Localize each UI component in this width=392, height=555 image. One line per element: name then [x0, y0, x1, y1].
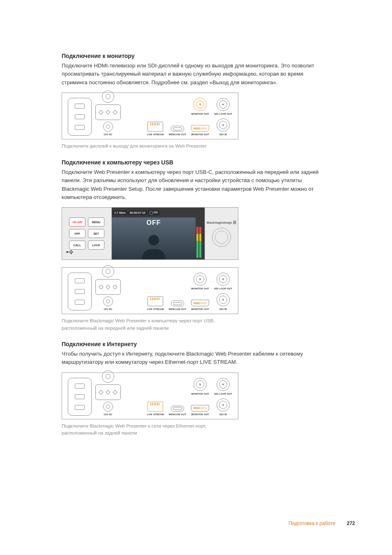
- footer-section: Подготовка к работе: [288, 520, 335, 526]
- page-footer: Подготовка к работе 272: [0, 520, 392, 526]
- svg-point-3: [233, 221, 234, 222]
- hdmi-monitor-out-icon: [191, 125, 209, 132]
- bnc-monitor-out-icon: [194, 98, 207, 111]
- label-live-stream: LIVE STREAM: [147, 133, 164, 136]
- label-monitor-out-top: MONITOR OUT: [191, 393, 209, 395]
- label-webcam-out: WEBCAM OUT: [169, 133, 187, 136]
- body-monitor: Подключите HDMI-телевизор или SDI-диспле…: [62, 62, 325, 87]
- usb-icon: [66, 249, 74, 254]
- body-internet: Чтобы получить доступ к Интернету, подкл…: [62, 350, 325, 367]
- label-sdi-in: SDI IN: [219, 308, 227, 310]
- label-sdi-in: SDI IN: [219, 133, 227, 136]
- svg-point-4: [235, 221, 236, 222]
- diagram-rear-usb: 12V DC LIVE STREAM WEBCAM OUT MONITOR OU…: [62, 267, 238, 314]
- diagram-front-panel: ON AIR MENU OFF SET CALL LOCK: [62, 207, 238, 260]
- power-inlet-icon: [68, 273, 92, 310]
- label-monitor-out-bottom: MONITOR OUT: [191, 413, 209, 416]
- heading-internet: Подключение к Интернету: [62, 341, 330, 347]
- ethernet-live-stream-icon: [148, 402, 163, 412]
- front-knob-area: Blackmagicdesign: [205, 208, 238, 259]
- port-sdi-stack: SDI LOOP OUT SDI IN: [214, 98, 232, 136]
- lcd-status: OK: [148, 210, 160, 215]
- button-call: CALL: [69, 240, 85, 250]
- button-lock: LOCK: [88, 240, 104, 250]
- label-12vdc: 12V DC: [104, 308, 113, 310]
- bnc-sdi-loop-icon: [217, 273, 230, 286]
- label-sdi-in: SDI IN: [219, 413, 227, 416]
- button-set: SET: [88, 229, 104, 238]
- heading-monitor: Подключение к монитору: [62, 53, 330, 59]
- label-monitor-out-top: MONITOR OUT: [191, 287, 209, 290]
- brand-label: Blackmagicdesign: [207, 220, 236, 224]
- label-monitor-out-top: MONITOR OUT: [191, 113, 209, 115]
- label-live-stream: LIVE STREAM: [147, 308, 164, 310]
- svg-rect-2: [71, 253, 72, 254]
- hdmi-monitor-out-icon: [191, 300, 209, 306]
- label-webcam-out: WEBCAM OUT: [169, 308, 187, 310]
- caption-monitor: Подключите дисплей к выходу для монитори…: [62, 143, 234, 150]
- body-usb: Подключите Web Presenter к компьютеру че…: [62, 168, 325, 202]
- svg-rect-7: [233, 222, 236, 223]
- lcd-bitrate: 2.7 Mb/s: [113, 210, 127, 215]
- label-sdi-loop: SDI LOOP OUT: [214, 393, 232, 395]
- silhouette-icon: [129, 230, 179, 259]
- bnc-sdi-in-icon: [217, 118, 230, 132]
- label-live-stream: LIVE STREAM: [147, 413, 164, 416]
- button-on-air: ON AIR: [69, 217, 85, 227]
- svg-point-5: [233, 223, 234, 224]
- usbc-icon: [171, 406, 184, 412]
- caption-internet: Подключите Blackmagic Web Presenter к се…: [62, 423, 234, 437]
- hdmi-monitor-out-icon: [191, 405, 209, 412]
- port-monitor-out-stack: MONITOR OUT MONITOR OUT: [191, 98, 209, 136]
- port-live-stream: LIVE STREAM: [147, 98, 164, 136]
- label-12vdc: 12V DC: [104, 133, 113, 136]
- lcd-preview: OFF: [112, 217, 196, 259]
- heading-usb: Подключение к компьютеру через USB: [62, 159, 330, 166]
- knob-icon: [212, 228, 231, 247]
- dc-block: 12V DC: [97, 98, 120, 136]
- button-off: OFF: [69, 229, 85, 238]
- footer-page-number: 272: [347, 520, 355, 526]
- label-monitor-out-bottom: MONITOR OUT: [191, 133, 209, 136]
- front-buttons-area: ON AIR MENU OFF SET CALL LOCK: [62, 208, 112, 259]
- diagram-rear-internet: 12V DC LIVE STREAM WEBCAM OUT MONITOR OU…: [62, 372, 238, 419]
- usbc-icon: [171, 301, 184, 306]
- bnc-sdi-in-icon: [217, 293, 230, 306]
- diagram-rear-monitor: 12V DC LIVE STREAM WEBCAM OUT MONITOR OU…: [62, 92, 238, 139]
- power-inlet-icon: [68, 98, 92, 136]
- bnc-sdi-in-icon: [217, 398, 230, 412]
- lcd-state: OFF: [147, 219, 161, 227]
- label-sdi-loop: SDI LOOP OUT: [214, 287, 232, 290]
- label-webcam-out: WEBCAM OUT: [169, 413, 187, 416]
- audio-meters: [196, 217, 205, 259]
- port-webcam-out: WEBCAM OUT: [169, 98, 187, 136]
- label-monitor-out-bottom: MONITOR OUT: [191, 308, 209, 310]
- bnc-monitor-out-icon: [194, 273, 207, 286]
- button-menu: MENU: [88, 217, 104, 227]
- lcd-timecode: 00:00:07:10: [128, 210, 147, 215]
- label-sdi-loop: SDI LOOP OUT: [214, 113, 232, 115]
- power-inlet-icon: [68, 378, 92, 416]
- front-lcd: 2.7 Mb/s 00:00:07:10 OK OFF: [112, 208, 205, 259]
- svg-point-6: [235, 223, 236, 224]
- bnc-sdi-loop-icon: [217, 378, 230, 391]
- caption-usb: Подключите Blackmagic Web Presenter к ко…: [62, 317, 234, 332]
- bnc-monitor-out-icon: [194, 378, 207, 391]
- label-12vdc: 12V DC: [104, 413, 113, 416]
- svg-point-1: [71, 250, 72, 251]
- usbc-icon: [171, 126, 184, 132]
- bnc-sdi-loop-icon: [217, 98, 230, 111]
